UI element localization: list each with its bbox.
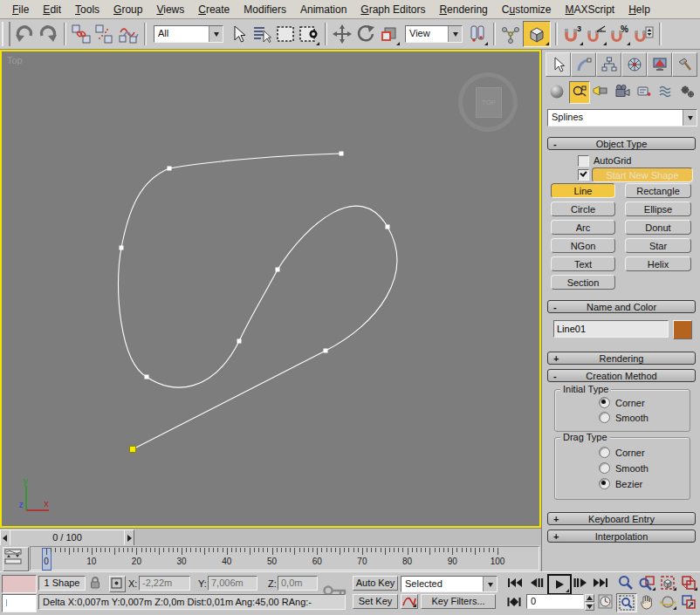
object-type-ellipse-button[interactable]: Ellipse [625, 202, 691, 216]
category-lights-button[interactable] [591, 81, 610, 102]
menu-customize[interactable]: Customize [495, 2, 559, 17]
tab-motion[interactable] [621, 52, 647, 77]
previous-frame-button[interactable] [527, 575, 546, 591]
go-to-end-button[interactable] [591, 575, 610, 591]
spline-vertex[interactable] [168, 167, 172, 171]
spline-vertex[interactable] [276, 268, 280, 272]
tab-utilities[interactable] [672, 52, 697, 77]
spline-first-vertex[interactable] [130, 447, 136, 453]
radio-icon[interactable] [599, 462, 610, 474]
menu-create[interactable]: Create [191, 2, 237, 17]
use-center-button[interactable] [466, 22, 489, 46]
percent-snap-toggle-button[interactable]: % [608, 22, 631, 46]
rollout-rendering[interactable]: +Rendering [547, 352, 696, 365]
object-type-section-button[interactable]: Section [551, 275, 615, 290]
menu-graph-editors[interactable]: Graph Editors [353, 2, 432, 17]
drag-bezier-option[interactable]: Bezier [599, 478, 642, 489]
viewport-top[interactable]: Top TOP y z x [0, 50, 541, 528]
rollout-object-type[interactable]: -Object Type [547, 137, 696, 150]
maxscript-mini-listener-pink[interactable] [2, 575, 37, 593]
category-cameras-button[interactable] [613, 81, 632, 102]
initial-corner-option[interactable]: Corner [599, 397, 645, 408]
selection-lock-toggle[interactable] [89, 576, 101, 591]
initial-smooth-option[interactable]: Smooth [599, 412, 649, 423]
select-and-rotate-button[interactable] [354, 22, 377, 46]
menu-help[interactable]: Help [621, 2, 657, 17]
menu-tools[interactable]: Tools [68, 2, 106, 17]
menu-modifiers[interactable]: Modifiers [237, 2, 293, 17]
time-slider-next-button[interactable] [124, 530, 134, 546]
spinner-snap-toggle-button[interactable] [632, 22, 655, 46]
object-type-donut-button[interactable]: Donut [625, 220, 691, 235]
select-and-scale-button[interactable] [378, 22, 401, 46]
undo-button[interactable] [13, 22, 36, 46]
spinner-down-button[interactable] [585, 603, 594, 611]
z-coord-field[interactable]: 0,0m [278, 576, 318, 591]
object-type-ngon-button[interactable]: NGon [551, 238, 615, 253]
tab-display[interactable] [647, 52, 672, 77]
object-type-rectangle-button[interactable]: Rectangle [625, 183, 691, 198]
menu-file[interactable]: File [5, 2, 36, 17]
object-type-circle-button[interactable]: Circle [551, 202, 615, 216]
select-by-name-button[interactable] [250, 22, 273, 46]
open-mini-curve-editor-button[interactable] [3, 547, 29, 571]
object-type-star-button[interactable]: Star [625, 238, 691, 253]
menu-edit[interactable]: Edit [36, 2, 68, 17]
play-button[interactable] [547, 574, 572, 595]
drag-smooth-option[interactable]: Smooth [599, 462, 649, 474]
arc-rotate-button[interactable] [658, 593, 677, 611]
time-slider-track[interactable]: 0 / 100 [0, 528, 541, 546]
menu-views[interactable]: Views [149, 2, 191, 17]
tab-hierarchy[interactable] [596, 52, 621, 77]
angle-snap-toggle-button[interactable] [585, 22, 607, 46]
key-mode-toggle-button[interactable] [505, 594, 523, 610]
rollout-keyboard-entry[interactable]: +Keyboard Entry [547, 512, 696, 525]
default-tangent-button[interactable] [401, 594, 418, 609]
bind-to-space-warp-button[interactable] [117, 22, 140, 46]
auto-key-button[interactable]: Auto Key [353, 576, 398, 591]
dropdown-arrow-icon[interactable] [683, 110, 697, 126]
select-and-move-button[interactable] [331, 22, 353, 46]
x-coord-field[interactable]: -2,22m [139, 576, 190, 591]
snaps-toggle-button[interactable] [523, 21, 551, 47]
zoom-extents-button[interactable] [658, 574, 677, 591]
rectangular-selection-region-button[interactable] [274, 22, 297, 46]
dropdown-arrow-icon[interactable] [483, 577, 497, 591]
redo-button[interactable] [37, 22, 59, 46]
category-shapes-button[interactable] [569, 81, 590, 104]
shape-category-dropdown[interactable]: Splines [547, 109, 697, 126]
radio-icon[interactable] [599, 478, 610, 489]
maxscript-mini-listener-white[interactable] [2, 594, 37, 612]
spline-vertex[interactable] [340, 152, 344, 156]
object-type-line-button[interactable]: Line [551, 183, 615, 198]
current-frame-field[interactable]: 0 [526, 594, 584, 609]
snaps-toggle-3d-button[interactable]: 3 [561, 22, 584, 46]
object-type-helix-button[interactable]: Helix [625, 256, 691, 271]
rollout-interpolation[interactable]: +Interpolation [547, 530, 696, 543]
select-object-button[interactable] [227, 22, 250, 46]
object-name-input[interactable] [553, 320, 669, 338]
dropdown-arrow-icon[interactable] [448, 26, 462, 42]
category-helpers-button[interactable] [635, 81, 654, 102]
menu-rendering[interactable]: Rendering [432, 2, 494, 17]
time-configuration-button[interactable] [598, 594, 613, 611]
radio-icon[interactable] [599, 397, 610, 408]
maximize-viewport-toggle-button[interactable] [679, 593, 698, 611]
tab-modify[interactable] [571, 52, 596, 77]
start-new-shape-button[interactable]: Start New Shape [592, 167, 693, 182]
window-crossing-toggle-button[interactable] [298, 22, 320, 46]
select-and-link-button[interactable] [70, 22, 93, 46]
time-slider-handle[interactable]: 0 / 100 [10, 530, 125, 546]
spline-vertex[interactable] [145, 375, 149, 379]
y-coord-field[interactable]: 7,006m [208, 576, 257, 591]
absolute-offset-mode-toggle[interactable] [109, 576, 126, 592]
start-new-shape-checkbox[interactable] [578, 169, 589, 181]
selection-filter-dropdown[interactable]: All [154, 25, 223, 43]
zoom-all-button[interactable] [637, 574, 656, 591]
unlink-selection-button[interactable] [93, 22, 116, 46]
tab-create[interactable] [546, 52, 571, 77]
radio-icon[interactable] [599, 447, 610, 458]
dropdown-arrow-icon[interactable] [209, 26, 223, 42]
spline-vertex[interactable] [237, 339, 242, 344]
spline-vertex[interactable] [386, 225, 390, 229]
